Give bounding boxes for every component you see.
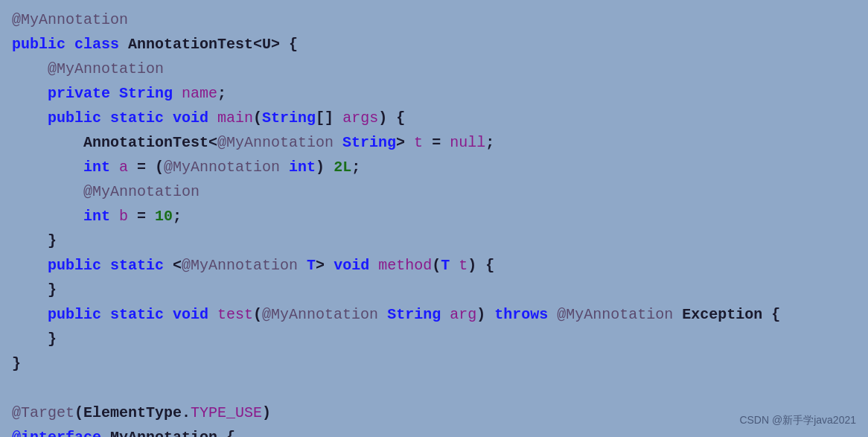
code-line: } <box>12 229 856 253</box>
code-line: } <box>12 278 856 302</box>
code-line: @MyAnnotation <box>12 57 856 81</box>
code-line: AnnotationTest<@MyAnnotation String> t =… <box>12 130 856 155</box>
code-line: int a = (@MyAnnotation int) 2L; <box>12 155 856 179</box>
code-line: } <box>12 327 856 351</box>
code-line: } <box>12 351 856 376</box>
code-line: public static void main(String[] args) { <box>12 106 856 130</box>
code-block: @MyAnnotationpublic class AnnotationTest… <box>12 7 856 437</box>
code-line: @interface MyAnnotation { <box>12 425 856 437</box>
code-line <box>12 376 856 401</box>
code-line: @MyAnnotation <box>12 179 856 204</box>
code-line: public static void test(@MyAnnotation St… <box>12 302 856 327</box>
code-line: int b = 10; <box>12 204 856 229</box>
watermark: CSDN @新手学java2021 <box>739 412 856 428</box>
code-line: public static <@MyAnnotation T> void met… <box>12 253 856 278</box>
code-line: @MyAnnotation <box>12 7 856 32</box>
code-line: @Target(ElementType.TYPE_USE) <box>12 401 856 425</box>
code-line: private String name; <box>12 81 856 106</box>
code-line: public class AnnotationTest<U> { <box>12 32 856 57</box>
code-container: @MyAnnotationpublic class AnnotationTest… <box>0 0 868 437</box>
